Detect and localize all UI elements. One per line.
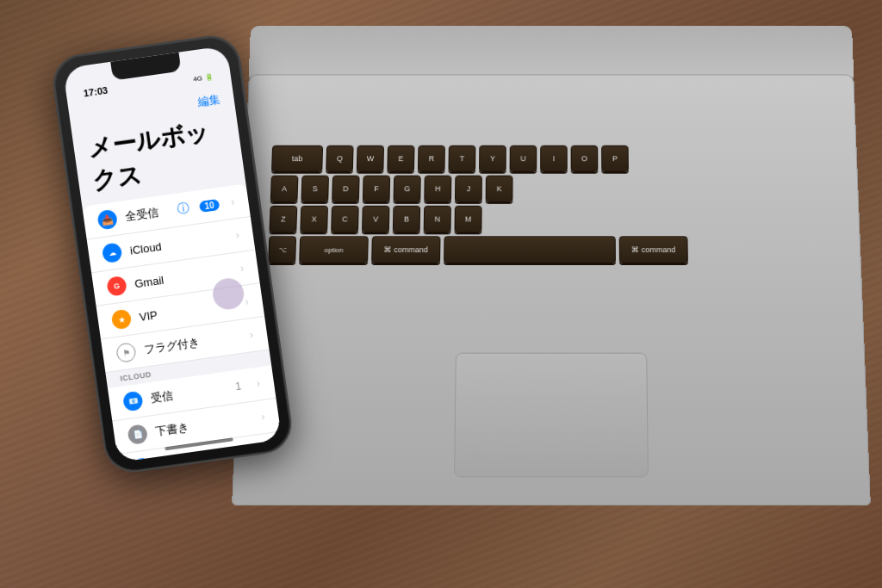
key-r[interactable]: R	[418, 145, 445, 172]
sent-icon: 📤	[132, 457, 153, 462]
keyboard-row-1: tab Q W E R T Y U I O P	[271, 145, 833, 172]
trackpad[interactable]	[454, 353, 649, 478]
status-time: 17:03	[83, 85, 109, 99]
keyboard-row-2: A S D F G H J K	[270, 176, 835, 202]
key-u[interactable]: U	[510, 145, 537, 172]
key-tab[interactable]: tab	[271, 145, 323, 172]
key-command-left[interactable]: ⌘ command	[371, 236, 440, 263]
key-i[interactable]: I	[540, 145, 568, 172]
all-inbox-badge: 10	[199, 198, 220, 212]
chevron-icon: ›	[235, 229, 240, 241]
key-q[interactable]: Q	[326, 145, 353, 172]
keyboard: tab Q W E R T Y U I O P A S D F G H J	[268, 145, 836, 267]
key-option[interactable]: option	[299, 236, 369, 263]
key-f[interactable]: F	[363, 176, 390, 202]
laptop-lid	[249, 26, 854, 78]
key-p[interactable]: P	[601, 145, 629, 172]
info-icon[interactable]: ⓘ	[177, 201, 190, 218]
key-e[interactable]: E	[387, 145, 414, 172]
key-command-right[interactable]: ⌘ command	[619, 236, 688, 263]
status-icons: 4G 🔋	[193, 72, 214, 83]
flag-icon: ⚑	[115, 342, 137, 363]
key-v[interactable]: V	[362, 206, 390, 232]
key-j[interactable]: J	[455, 176, 482, 202]
icloud-label: iCloud	[129, 231, 225, 257]
chevron-icon: ›	[239, 263, 245, 275]
signal-icon: 4G	[193, 74, 203, 83]
vip-icon: ★	[111, 309, 133, 331]
chevron-icon: ›	[256, 377, 261, 389]
key-x[interactable]: X	[300, 206, 328, 232]
icloud-icon: ☁	[102, 242, 123, 263]
key-h[interactable]: H	[424, 176, 451, 202]
mail-list: 📥 全受信 ⓘ 10 › ☁ iCloud › G	[82, 183, 282, 462]
laptop-body: tab Q W E R T Y U I O P A S D F G H J	[232, 74, 871, 505]
gmail-icon: G	[106, 275, 127, 297]
drafts-icon: 📄	[127, 424, 148, 445]
drafts-label: 下書き	[154, 411, 250, 439]
edit-button[interactable]: 編集	[197, 92, 221, 110]
chevron-icon: ›	[260, 411, 265, 423]
key-s[interactable]: S	[301, 176, 329, 202]
key-k[interactable]: K	[486, 176, 513, 202]
key-y[interactable]: Y	[479, 145, 506, 172]
mail-app-content: 編集 メールボックス 📥 全受信 ⓘ 10 ›	[68, 83, 282, 462]
chevron-icon: ›	[230, 195, 235, 207]
key-b[interactable]: B	[393, 206, 420, 232]
key-space[interactable]	[444, 236, 616, 263]
key-z[interactable]: Z	[269, 206, 297, 232]
all-inbox-label: 全受信	[124, 203, 170, 225]
icloud-inbox-label: 受信	[150, 381, 228, 406]
key-o[interactable]: O	[571, 145, 599, 172]
inbox2-icon: 📧	[122, 391, 144, 412]
all-inbox-icon: 📥	[96, 209, 118, 231]
key-g[interactable]: G	[394, 176, 421, 202]
flagged-label: フラグ付き	[143, 329, 239, 357]
key-m[interactable]: M	[454, 206, 481, 232]
keyboard-row-4: ⌥ option ⌘ command ⌘ command	[268, 236, 836, 263]
laptop: tab Q W E R T Y U I O P A S D F G H J	[231, 26, 871, 523]
key-c[interactable]: C	[331, 206, 359, 232]
key-alt[interactable]: ⌥	[268, 236, 296, 263]
chevron-icon: ›	[249, 329, 254, 341]
key-w[interactable]: W	[357, 145, 384, 172]
key-n[interactable]: N	[424, 206, 451, 232]
icloud-count: 1	[235, 380, 243, 393]
key-d[interactable]: D	[332, 176, 360, 202]
key-t[interactable]: T	[448, 145, 475, 172]
battery-icon: 🔋	[204, 72, 214, 81]
key-a[interactable]: A	[270, 176, 299, 202]
keyboard-row-3: Z X C V B N M	[269, 206, 835, 232]
chevron-icon: ›	[245, 295, 250, 307]
